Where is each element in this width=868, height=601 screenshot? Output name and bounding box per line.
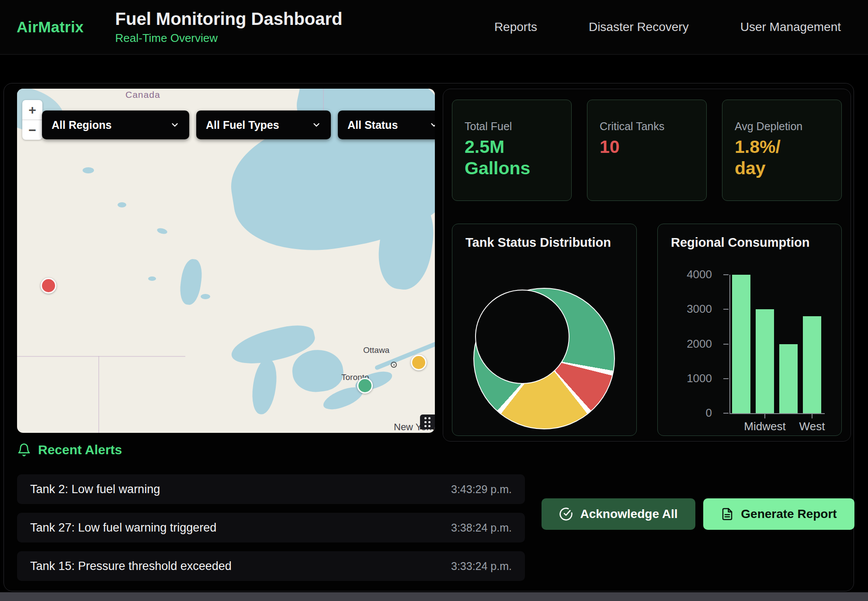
stat-value-critical-tanks: 10	[600, 136, 694, 158]
filter-fuel-types-label: All Fuel Types	[206, 119, 279, 131]
y-tick-mark	[723, 309, 729, 310]
stat-label: Critical Tanks	[600, 120, 694, 133]
app-header: AirMatrix Fuel Monitoring Dashboard Real…	[0, 0, 868, 55]
alert-message: Tank 15: Pressure threshold exceeded	[30, 560, 232, 573]
regional-consumption-panel: Regional Consumption 01000200030004000 M…	[657, 224, 842, 436]
tank-marker-critical-icon[interactable]	[41, 278, 56, 294]
bar-2	[779, 344, 798, 414]
alerts-heading: Recent Alerts	[17, 442, 122, 457]
map-water-shape	[156, 227, 168, 235]
x-tick-mark	[764, 414, 765, 418]
map-water-shape	[83, 167, 94, 173]
alert-message: Tank 27: Low fuel warning triggered	[30, 521, 216, 535]
zoom-in-button[interactable]: +	[22, 100, 42, 120]
x-tick-label: West	[781, 420, 843, 433]
alerts-heading-label: Recent Alerts	[38, 442, 122, 457]
bar-y-axis: 01000200030004000	[658, 275, 723, 413]
bar-0	[732, 275, 750, 413]
generate-report-label: Generate Report	[741, 507, 837, 521]
map-water-shape	[118, 202, 126, 207]
bar-1	[756, 309, 774, 413]
nav-reports[interactable]: Reports	[494, 20, 537, 34]
main-nav: Reports Disaster Recovery User Managemen…	[494, 20, 841, 34]
main-panel: Canada Ottawa Toronto New York + − All R…	[3, 83, 854, 591]
y-tick-label: 0	[664, 406, 712, 420]
donut-chart-title: Tank Status Distribution	[465, 235, 611, 250]
map-water-lake-huron	[290, 347, 345, 394]
document-icon	[721, 508, 734, 521]
chevron-down-icon	[429, 120, 435, 130]
fuel-map[interactable]: Canada Ottawa Toronto New York + − All R…	[17, 89, 435, 433]
filter-status-dropdown[interactable]: All Status	[338, 111, 435, 139]
map-zoom-control: + −	[22, 100, 42, 140]
filter-regions-dropdown[interactable]: All Regions	[42, 111, 189, 139]
map-label-ottawa: Ottawa	[363, 345, 389, 355]
map-filter-row: All Regions All Fuel Types All Status	[42, 111, 435, 139]
stat-value-total-fuel: 2.5M Gallons	[465, 136, 559, 179]
title-block: Fuel Monitoring Dashboard Real-Time Over…	[115, 9, 343, 45]
filter-fuel-types-dropdown[interactable]: All Fuel Types	[196, 111, 331, 139]
map-label-canada: Canada	[125, 90, 160, 100]
y-tick-label: 1000	[664, 372, 712, 385]
stat-card-critical-tanks: Critical Tanks 10	[587, 100, 707, 201]
generate-report-button[interactable]: Generate Report	[703, 498, 854, 530]
map-water-lake-michigan	[249, 357, 279, 416]
alert-message: Tank 2: Low fuel warning	[30, 483, 160, 496]
check-circle-icon	[559, 507, 573, 521]
window-bottom-strip	[0, 592, 868, 601]
acknowledge-all-label: Acknowledge All	[580, 507, 677, 521]
overview-panel: Total Fuel 2.5M Gallons Critical Tanks 1…	[443, 89, 851, 442]
y-tick-label: 3000	[664, 302, 712, 316]
alert-time: 3:33:24 p.m.	[451, 560, 512, 573]
chevron-down-icon	[312, 120, 321, 130]
y-tick-mark	[723, 274, 729, 275]
page-title: Fuel Monitoring Dashboard	[115, 9, 343, 29]
donut-hole	[475, 290, 569, 384]
tank-marker-normal-icon[interactable]	[357, 378, 373, 394]
y-tick-label: 2000	[664, 337, 712, 351]
y-tick-mark	[723, 378, 729, 379]
map-drag-handle-icon[interactable]	[420, 414, 435, 429]
brand-logo: AirMatrix	[17, 18, 84, 36]
y-tick-label: 4000	[664, 268, 712, 281]
x-tick-mark	[812, 414, 812, 418]
alert-row-3[interactable]: Tank 15: Pressure threshold exceeded 3:3…	[17, 551, 525, 581]
page: AirMatrix Fuel Monitoring Dashboard Real…	[0, 0, 868, 601]
stat-value-line: day	[735, 158, 829, 179]
zoom-out-button[interactable]: −	[22, 120, 42, 140]
map-border-line	[17, 356, 185, 357]
bar-plot: MidwestWest	[729, 275, 825, 414]
stat-label: Total Fuel	[465, 120, 559, 133]
alert-row-1[interactable]: Tank 2: Low fuel warning 3:43:29 p.m.	[17, 474, 525, 504]
alert-time: 3:43:29 p.m.	[451, 483, 512, 496]
nav-disaster-recovery[interactable]: Disaster Recovery	[589, 20, 689, 34]
alert-time: 3:38:24 p.m.	[451, 522, 512, 534]
acknowledge-all-button[interactable]: Acknowledge All	[542, 498, 695, 530]
y-tick-mark	[723, 344, 729, 345]
alert-row-2[interactable]: Tank 27: Low fuel warning triggered 3:38…	[17, 513, 525, 542]
page-subtitle: Real-Time Overview	[115, 31, 343, 45]
bar-3	[803, 316, 821, 413]
chevron-down-icon	[170, 120, 180, 130]
stat-value-line: Gallons	[465, 158, 559, 179]
tank-marker-warning-icon[interactable]	[411, 355, 427, 370]
stat-value-avg-depletion: 1.8%/ day	[735, 136, 829, 179]
map-water-lake-winnipeg	[178, 258, 204, 306]
stat-label: Avg Depletion	[735, 120, 829, 133]
map-water-shape	[201, 294, 210, 299]
map-water-shape	[148, 276, 156, 281]
stat-card-total-fuel: Total Fuel 2.5M Gallons	[452, 100, 572, 201]
stat-value-line: 2.5M	[465, 136, 559, 158]
stat-card-avg-depletion: Avg Depletion 1.8%/ day	[722, 100, 842, 201]
y-tick-mark	[723, 413, 729, 414]
filter-regions-label: All Regions	[52, 119, 112, 131]
filter-status-label: All Status	[347, 119, 398, 131]
nav-user-management[interactable]: User Management	[740, 20, 841, 34]
stat-value-line: 1.8%/	[735, 136, 829, 158]
city-dot-icon	[391, 362, 397, 368]
tank-status-panel: Tank Status Distribution	[452, 224, 637, 436]
map-border-line	[98, 356, 99, 433]
bar-chart-title: Regional Consumption	[671, 235, 809, 250]
stat-value-line: 10	[600, 136, 694, 158]
bell-icon	[17, 443, 31, 457]
